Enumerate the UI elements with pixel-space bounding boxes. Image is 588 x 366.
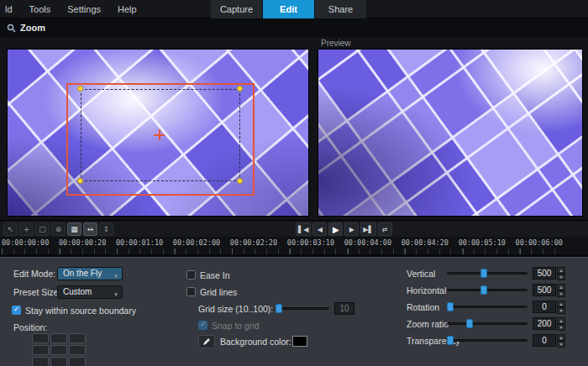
menu-item-file[interactable]: ld xyxy=(5,4,13,14)
spin-up-icon[interactable]: ▲ xyxy=(557,284,565,290)
position-cell[interactable] xyxy=(69,333,86,343)
pan-vertical-icon[interactable]: ↕ xyxy=(99,222,113,236)
background-color-label: Background color: xyxy=(220,336,291,348)
position-label: Position: xyxy=(13,322,47,333)
vertical-slider[interactable] xyxy=(447,269,528,279)
menu-item-settings[interactable]: Settings xyxy=(67,4,101,14)
preview-panel-label: Preview xyxy=(321,39,351,48)
position-cell[interactable] xyxy=(32,345,49,355)
background-color-picker-button[interactable] xyxy=(198,335,215,348)
zoom-ratio-slider[interactable] xyxy=(447,319,528,329)
frame-forward-icon[interactable]: ▶ xyxy=(344,222,359,236)
spin-down-icon[interactable]: ▼ xyxy=(557,290,565,297)
stay-within-checkbox[interactable] xyxy=(12,306,21,315)
effect-title-bar: Zoom xyxy=(0,18,588,37)
preview-canvas xyxy=(318,49,583,217)
slider-thumb[interactable] xyxy=(276,304,282,313)
slider-thumb[interactable] xyxy=(480,269,487,278)
menu-item-tools[interactable]: Tools xyxy=(29,4,51,14)
ease-in-label: Ease In xyxy=(200,269,230,281)
position-cell[interactable] xyxy=(32,333,49,343)
timestamp: 00:00:00:20 xyxy=(59,238,106,247)
slider-track[interactable] xyxy=(447,322,528,325)
rotation-spinner[interactable]: ▲▼ xyxy=(557,301,565,313)
rotation-slider[interactable] xyxy=(447,302,528,312)
zoom-ratio-spinner[interactable]: ▲▼ xyxy=(557,317,565,330)
slider-track[interactable] xyxy=(447,339,528,342)
slider-track[interactable] xyxy=(277,307,329,310)
background-color-swatch[interactable] xyxy=(292,336,307,347)
slider-track[interactable] xyxy=(447,306,528,308)
timestamp: 00:00:02:20 xyxy=(230,238,277,247)
grid-view-icon[interactable]: ▦ xyxy=(67,222,81,236)
grid-size-value[interactable]: 10 xyxy=(334,302,354,315)
position-cell[interactable] xyxy=(50,333,67,343)
add-zoom-icon[interactable]: + xyxy=(19,222,34,236)
selection-handle-top-right[interactable] xyxy=(237,86,243,92)
grid-size-slider[interactable] xyxy=(277,304,329,314)
timeline-timestamps: 00:00:00:00 00:00:00:20 00:00:01:10 00:0… xyxy=(0,237,588,247)
zoom-ratio-value[interactable]: 200 xyxy=(533,317,556,330)
select-tool-icon[interactable]: ↖ xyxy=(3,222,18,236)
timeline-ticks[interactable] xyxy=(2,248,564,254)
horizontal-slider[interactable] xyxy=(447,285,528,295)
spin-up-icon[interactable]: ▲ xyxy=(557,301,565,307)
tab-edit[interactable]: Edit xyxy=(263,0,315,18)
snap-to-grid-checkbox[interactable] xyxy=(198,321,207,330)
spin-up-icon[interactable]: ▲ xyxy=(557,267,565,274)
play-icon[interactable]: ▶ xyxy=(328,222,343,236)
spin-down-icon[interactable]: ▼ xyxy=(557,307,565,314)
grid-size-label: Grid size (10..100): xyxy=(198,303,273,315)
zoom-effect-icon xyxy=(7,24,16,33)
slider-thumb[interactable] xyxy=(466,319,473,328)
spin-down-icon[interactable]: ▼ xyxy=(557,324,565,331)
transparency-spinner[interactable]: ▲▼ xyxy=(557,334,565,347)
preset-size-dropdown[interactable]: Custom xyxy=(57,285,123,299)
workspace: Preview xyxy=(0,37,588,220)
spin-down-icon[interactable]: ▼ xyxy=(557,274,565,280)
position-cell[interactable] xyxy=(50,357,67,366)
selection-handle-bottom-left[interactable] xyxy=(77,178,83,184)
ease-in-checkbox[interactable] xyxy=(186,270,196,280)
vertical-spinner[interactable]: ▲▼ xyxy=(557,267,565,280)
position-cell[interactable] xyxy=(50,345,67,355)
menu-item-help[interactable]: Help xyxy=(118,4,137,14)
skip-end-icon[interactable]: ▶▌ xyxy=(360,222,375,236)
edit-mode-dropdown[interactable]: On the Fly xyxy=(57,267,123,280)
slider-thumb[interactable] xyxy=(447,336,454,345)
rotation-value[interactable]: 0 xyxy=(533,301,556,313)
spin-down-icon[interactable]: ▼ xyxy=(557,341,565,348)
rect-zoom-icon[interactable]: □ xyxy=(35,222,50,236)
slider-thumb[interactable] xyxy=(480,285,487,295)
grid-lines-checkbox[interactable] xyxy=(186,287,196,296)
selection-handle-top-left[interactable] xyxy=(77,86,83,92)
horizontal-value[interactable]: 500 xyxy=(533,284,556,296)
tab-share[interactable]: Share xyxy=(315,0,367,18)
spin-up-icon[interactable]: ▲ xyxy=(557,317,565,324)
position-cell[interactable] xyxy=(32,357,49,366)
transparency-slider[interactable] xyxy=(447,336,528,346)
transparency-value[interactable]: 0 xyxy=(533,334,556,347)
loop-icon[interactable]: ⇄ xyxy=(378,222,392,236)
edit-canvas[interactable] xyxy=(7,49,309,217)
timestamp: 00:00:00:00 xyxy=(2,238,49,247)
selection-handle-bottom-right[interactable] xyxy=(237,178,243,184)
edit-mode-label: Edit Mode: xyxy=(13,268,55,280)
position-cell[interactable] xyxy=(69,357,86,366)
horizontal-spinner[interactable]: ▲▼ xyxy=(557,284,565,296)
vertical-value[interactable]: 500 xyxy=(533,267,556,280)
timestamp: 00:00:03:10 xyxy=(287,238,334,247)
tab-capture[interactable]: Capture xyxy=(211,0,263,18)
selection-center-crosshair[interactable] xyxy=(159,129,160,140)
spin-up-icon[interactable]: ▲ xyxy=(557,334,565,341)
grid-lines-label: Grid lines xyxy=(200,286,237,298)
skip-start-icon[interactable]: ▌◀ xyxy=(296,222,311,236)
pan-horizontal-icon[interactable]: ↔ xyxy=(83,222,97,236)
zoom-in-icon[interactable]: ⊕ xyxy=(51,222,66,236)
frame-back-icon[interactable]: ◀ xyxy=(312,222,327,236)
snap-to-grid-label: Snap to grid xyxy=(212,320,260,332)
position-cell[interactable] xyxy=(69,345,86,355)
mode-tabs: Capture Edit Share xyxy=(211,0,367,18)
slider-thumb[interactable] xyxy=(447,302,454,311)
timestamp: 00:00:05:10 xyxy=(459,238,506,247)
